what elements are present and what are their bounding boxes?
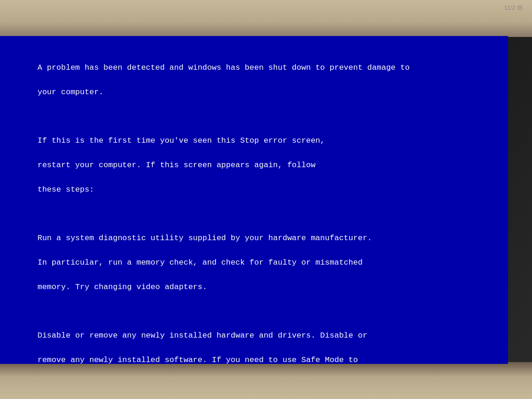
photo-frame: 11/2 35 A problem has been detected and … (0, 0, 532, 399)
bsod-line5: these steps: (37, 185, 94, 194)
bsod-line3: If this is the first time you've seen th… (37, 136, 325, 145)
bsod-line10: remove any newly installed software. If … (37, 356, 358, 364)
bsod-line6: Run a system diagnostic utility supplied… (37, 234, 372, 242)
bsod-line1: A problem has been detected and windows … (37, 63, 410, 72)
bottom-border (0, 362, 532, 399)
bsod-line2: your computer. (37, 88, 103, 97)
bsod-content: A problem has been detected and windows … (9, 50, 499, 364)
bsod-line8: memory. Try changing video adapters. (37, 283, 207, 291)
bsod-line4: restart your computer. If this screen ap… (37, 161, 315, 169)
top-border (0, 0, 532, 37)
bsod-line9: Disable or remove any newly installed ha… (37, 331, 367, 340)
bsod-screen: A problem has been detected and windows … (0, 36, 508, 364)
timestamp: 11/2 35 (504, 5, 523, 11)
bsod-line7: In particular, run a memory check, and c… (37, 258, 363, 267)
